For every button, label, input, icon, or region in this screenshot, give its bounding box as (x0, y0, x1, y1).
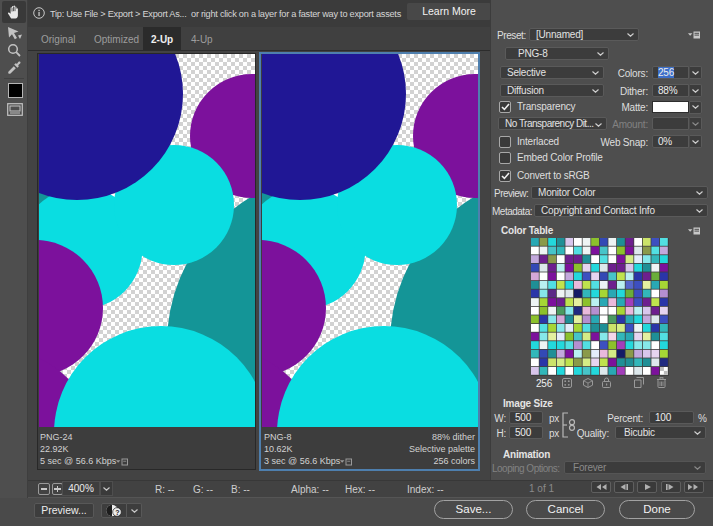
svg-text:?: ? (115, 509, 119, 516)
